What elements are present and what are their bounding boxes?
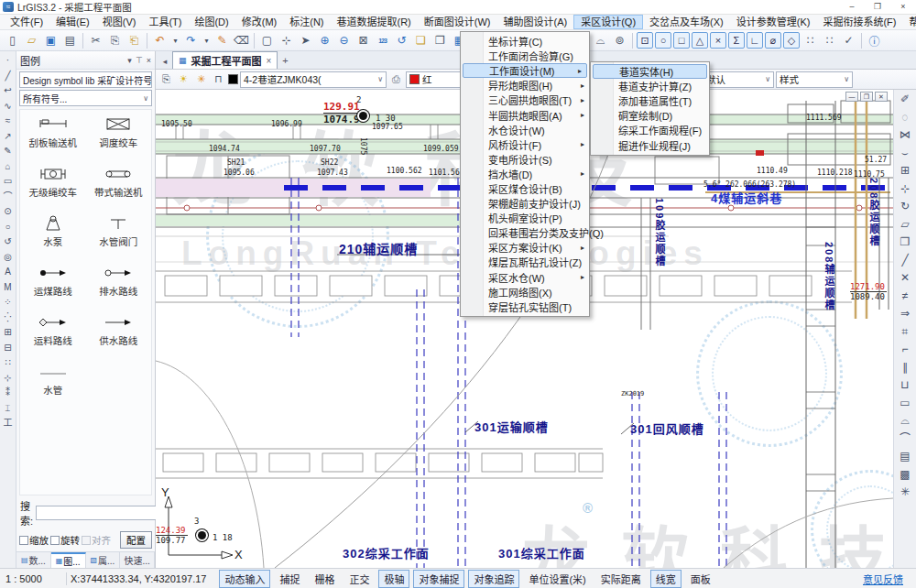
- layer-props-icon[interactable]: ❐: [431, 32, 449, 49]
- symbol-belt-conveyor[interactable]: 带式输送机: [88, 165, 148, 199]
- menu-item-air-bridge[interactable]: 风桥设计(F)▸: [461, 137, 589, 152]
- node-select-icon[interactable]: ◌: [896, 109, 914, 127]
- arc-edit-icon[interactable]: ⌓: [896, 412, 914, 430]
- snap-diamond-icon[interactable]: ◇: [783, 32, 800, 49]
- group-a-icon[interactable]: ∷: [802, 32, 819, 49]
- layer-stack-icon[interactable]: ⎘: [158, 71, 174, 87]
- doc-restore-icon[interactable]: ❐: [860, 92, 873, 102]
- menu-help[interactable]: 帮助(H): [902, 15, 916, 29]
- menu-link-system[interactable]: 采掘衔接系统(F): [816, 15, 902, 29]
- tab-properties[interactable]: ▧属...: [86, 552, 121, 568]
- table-tool-icon[interactable]: ⊟: [1, 341, 16, 356]
- pen-tool-icon[interactable]: ✎: [1, 144, 16, 159]
- snap-sigma-icon[interactable]: Σ: [728, 32, 745, 49]
- menu-item-network-diagram[interactable]: 施工网络图(X): [461, 285, 589, 299]
- menu-item-rock-classification[interactable]: 回采巷围岩分类及支护(Q): [461, 225, 589, 240]
- ellipse-tool-icon[interactable]: ○: [1, 220, 16, 235]
- rect-tool-icon[interactable]: ▭: [1, 174, 16, 190]
- snap-box-icon[interactable]: ⊡: [637, 32, 653, 49]
- menu-item-irregular-blasthole[interactable]: 异形炮眼图(H)▸: [461, 78, 589, 93]
- toggle-snap[interactable]: 捕捉: [274, 570, 305, 588]
- menu-item-face-design[interactable]: 工作面设计(M)▸: [463, 63, 587, 78]
- toggle-object-snap[interactable]: 对象捕捉: [413, 570, 464, 588]
- line-edit-icon[interactable]: ╱: [896, 252, 914, 270]
- legend-dropdown-icon[interactable]: ▾: [127, 56, 132, 65]
- symbol-filter-select[interactable]: 所有符号...∨: [19, 90, 152, 106]
- join-icon[interactable]: ⊔: [896, 376, 914, 395]
- toggle-polar[interactable]: 极轴: [378, 570, 409, 588]
- polygon-tool-icon[interactable]: ⌂: [1, 159, 16, 175]
- block-b-icon[interactable]: ⁛: [1, 310, 16, 326]
- menu-item-crossing-borehole[interactable]: 穿层钻孔实钻图(T): [461, 299, 589, 314]
- symbol-dispatch-winch[interactable]: 调度绞车: [88, 115, 148, 149]
- menu-item-substation[interactable]: 变电所设计(S): [461, 152, 589, 167]
- hatch-icon[interactable]: ▩: [896, 466, 914, 485]
- toggle-units[interactable]: 单位设置(米): [523, 570, 591, 588]
- style-select[interactable]: 样式∨: [776, 71, 853, 88]
- offset-icon[interactable]: ∥: [896, 359, 914, 377]
- menu-aux-design[interactable]: 辅助图设计(A): [497, 15, 574, 29]
- fillet-icon[interactable]: ⌣: [896, 145, 914, 163]
- tab-quick[interactable]: 快速...: [120, 552, 155, 568]
- maximize-icon[interactable]: ❐: [865, 0, 890, 14]
- spline-tool-icon[interactable]: ∿: [1, 99, 16, 114]
- snap-cross-icon[interactable]: ×: [710, 32, 726, 49]
- toggle-real-distance[interactable]: 实际距离: [595, 570, 647, 588]
- menu-annotate[interactable]: 标注(N): [283, 15, 330, 29]
- revcloud-tool-icon[interactable]: ↺: [1, 234, 16, 250]
- brush-icon[interactable]: ✐: [896, 91, 914, 109]
- copy-icon[interactable]: ⎘: [106, 32, 124, 49]
- arc2-tool-icon[interactable]: ⌓: [592, 32, 609, 49]
- beam-icon[interactable]: ⌶: [1, 401, 16, 417]
- pan-icon[interactable]: ⊹: [278, 32, 295, 49]
- save-icon[interactable]: ▣: [42, 32, 60, 49]
- menu-tunnel-data[interactable]: 巷道数据提取(R): [331, 15, 418, 29]
- submenu-item-chamber-draw[interactable]: 硐室绘制(D): [591, 108, 709, 123]
- submenu-item-mining-procedure[interactable]: 综采工作面规程(F): [591, 123, 709, 137]
- menu-item-water-wall[interactable]: 挡水墙(D)▸: [461, 167, 589, 181]
- scale-icon[interactable]: 123: [374, 32, 391, 49]
- snap-perp-icon[interactable]: ∟: [747, 32, 763, 49]
- symbol-coal-route[interactable]: 运煤路线: [23, 264, 83, 298]
- rotate-checkbox[interactable]: 旋转: [50, 533, 80, 547]
- point-tool-icon[interactable]: ·: [1, 53, 16, 69]
- symbol-water-valve[interactable]: 水管阀门: [88, 214, 148, 248]
- menu-item-head-chamber[interactable]: 机头硐室设计(P): [461, 211, 589, 225]
- menu-item-sump-design[interactable]: 水仓设计(W): [461, 123, 589, 137]
- scatter-icon[interactable]: ⁑: [1, 386, 16, 401]
- eraser-icon[interactable]: ⌫: [233, 32, 250, 49]
- undo-dropdown-icon[interactable]: ▾: [170, 32, 180, 49]
- zoom-checkbox[interactable]: 缩放: [19, 533, 49, 547]
- linetype-select[interactable]: 默认∨: [703, 71, 774, 88]
- redo-icon[interactable]: ↷: [182, 32, 200, 49]
- text-tool-icon[interactable]: A: [1, 265, 16, 280]
- menu-item-coal-bunker[interactable]: 采区煤仓设计(B): [461, 181, 589, 196]
- symbol-endless-rope-winch[interactable]: 无级绳绞车: [23, 165, 83, 199]
- menu-junction[interactable]: 交岔点及车场(X): [643, 15, 730, 29]
- snap-square-icon[interactable]: □: [673, 32, 690, 49]
- menu-modify[interactable]: 修改(M): [235, 15, 284, 29]
- symbol-water-pipe[interactable]: 水管: [23, 363, 83, 397]
- submenu-item-tunnel-entity[interactable]: 巷道实体(H): [593, 64, 707, 79]
- menu-item-semicircle-arch[interactable]: 半圆拱炮眼图(A)▸: [461, 107, 589, 122]
- bulb-icon[interactable]: ☀: [176, 71, 191, 87]
- menu-item-gas-borehole[interactable]: 煤层瓦斯钻孔设计(Z): [461, 255, 589, 269]
- zoom-in-icon[interactable]: ⊕: [316, 32, 333, 49]
- tab-nav-left-icon[interactable]: ◂: [158, 54, 172, 69]
- menu-edit[interactable]: 编辑(E): [49, 15, 96, 29]
- align-points-icon[interactable]: ⊹: [1, 371, 16, 387]
- tab-legend[interactable]: ▦图...: [51, 552, 86, 568]
- pin-icon[interactable]: ⊤: [136, 56, 143, 65]
- toggle-panel[interactable]: 面板: [685, 570, 716, 588]
- arc-draw-icon[interactable]: ⌒: [1, 190, 16, 205]
- rect-edit-icon[interactable]: ▭: [896, 395, 914, 413]
- group-b-icon[interactable]: ∷: [821, 32, 838, 49]
- cursor-icon[interactable]: ➤: [297, 32, 314, 49]
- menu-tools[interactable]: 工具(T): [142, 15, 188, 29]
- symbol-water-pump[interactable]: 水泵: [23, 214, 83, 248]
- scale-icon[interactable]: ▱: [896, 216, 914, 234]
- paste-icon[interactable]: ⎗: [125, 32, 143, 49]
- rect-select-icon[interactable]: ▢: [258, 32, 276, 49]
- mirror-icon[interactable]: ⋈: [896, 126, 914, 145]
- snap-circle-icon[interactable]: ○: [655, 32, 671, 49]
